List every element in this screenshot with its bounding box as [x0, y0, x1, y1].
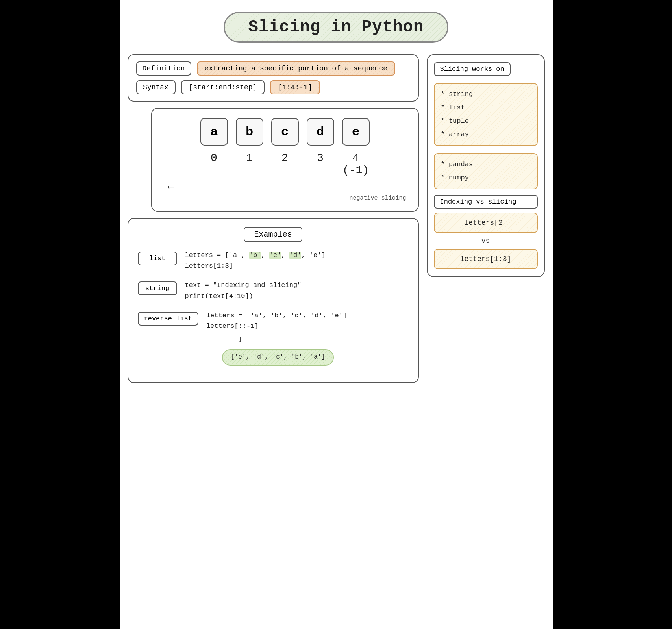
reverse-example-row: reverse list letters = ['a', 'b', 'c', '…	[138, 310, 409, 366]
syntax-label: Syntax	[136, 80, 176, 94]
right-panel: Slicing works on * string * list * tuple…	[427, 54, 545, 277]
main-layout: Definition extracting a specific portion…	[128, 54, 545, 383]
string-code: text = "Indexing and slicing" print(text…	[185, 280, 302, 301]
indexing-vs-slicing-title: Indexing vs slicing	[434, 195, 538, 209]
index-visualization-box: a b c d e 0 1 2 3 4 (-1) ← negative slic…	[151, 108, 419, 212]
definition-label: Definition	[136, 61, 191, 76]
works-on-pandas: * pandas	[441, 158, 531, 171]
string-example-row: string text = "Indexing and slicing" pri…	[138, 280, 409, 301]
list-label: list	[138, 252, 177, 265]
examples-title: Examples	[244, 227, 302, 242]
letter-a: a	[200, 118, 228, 146]
reverse-label: reverse list	[138, 312, 198, 326]
highlight-b: 'b'	[249, 252, 261, 259]
highlight-c: 'c'	[269, 252, 281, 259]
numbers-row: 0 1 2 3 4 (-1)	[164, 152, 406, 176]
indexing-vs-slicing-section: Indexing vs slicing letters[2] vs letter…	[434, 195, 538, 269]
examples-box: Examples list letters = ['a', 'b', 'c', …	[128, 218, 419, 383]
works-on-array: * array	[441, 128, 531, 141]
left-panel: Definition extracting a specific portion…	[128, 54, 419, 383]
list-example-row: list letters = ['a', 'b', 'c', 'd', 'e']…	[138, 250, 409, 271]
reverse-code-line2: letters[::-1]	[206, 321, 347, 331]
letter-e: e	[342, 118, 370, 146]
string-code-line2: print(text[4:10])	[185, 291, 302, 302]
works-on-numpy: * numpy	[441, 171, 531, 185]
page-title: Slicing in Python	[224, 12, 448, 43]
letters-row: a b c d e	[164, 118, 406, 146]
letter-d: d	[307, 118, 334, 146]
string-code-line1: text = "Indexing and slicing"	[185, 280, 302, 290]
slicing-works-on-group1: * string * list * tuple * array	[434, 83, 538, 146]
reverse-code: letters = ['a', 'b', 'c', 'd', 'e'] lett…	[206, 310, 347, 366]
down-arrow-icon: ↓	[238, 333, 347, 347]
indexing-code: letters[2]	[434, 213, 538, 233]
reverse-result: ['e', 'd', 'c', 'b', 'a']	[222, 349, 334, 366]
slicing-works-on-section: Slicing works on * string * list * tuple…	[434, 62, 538, 189]
definition-syntax-box: Definition extracting a specific portion…	[128, 54, 419, 102]
index-4: 4 (-1)	[342, 152, 370, 176]
vs-text: vs	[434, 237, 538, 245]
syntax-format: [start:end:step]	[181, 80, 265, 94]
works-on-list: * list	[441, 101, 531, 115]
index-3: 3	[307, 152, 334, 176]
list-code-line1: letters = ['a', 'b', 'c', 'd', 'e']	[185, 250, 326, 261]
definition-value: extracting a specific portion of a seque…	[197, 61, 395, 76]
list-code: letters = ['a', 'b', 'c', 'd', 'e'] lett…	[185, 250, 326, 271]
reverse-code-line1: letters = ['a', 'b', 'c', 'd', 'e']	[206, 310, 347, 321]
negative-arrow-row: ←	[164, 181, 406, 193]
index-2: 2	[271, 152, 299, 176]
letter-c: c	[271, 118, 299, 146]
examples-title-container: Examples	[138, 227, 409, 242]
list-code-line2: letters[1:3]	[185, 261, 326, 271]
page: Slicing in Python Definition extracting …	[120, 0, 553, 629]
left-arrow-icon: ←	[168, 181, 174, 193]
slicing-works-on-group2: * pandas * numpy	[434, 153, 538, 189]
slicing-works-on-title: Slicing works on	[434, 62, 511, 76]
works-on-tuple: * tuple	[441, 115, 531, 128]
slicing-code: letters[1:3]	[434, 249, 538, 269]
index-0: 0	[200, 152, 228, 176]
definition-row: Definition extracting a specific portion…	[136, 61, 410, 76]
syntax-example: [1:4:-1]	[270, 80, 320, 94]
highlight-d: 'd'	[289, 252, 302, 259]
works-on-string: * string	[441, 88, 531, 101]
letter-b: b	[236, 118, 263, 146]
index-1: 1	[236, 152, 263, 176]
string-label: string	[138, 281, 177, 295]
title-container: Slicing in Python	[128, 12, 545, 43]
negative-slicing-label: negative slicing	[164, 195, 406, 202]
syntax-row: Syntax [start:end:step] [1:4:-1]	[136, 80, 410, 94]
